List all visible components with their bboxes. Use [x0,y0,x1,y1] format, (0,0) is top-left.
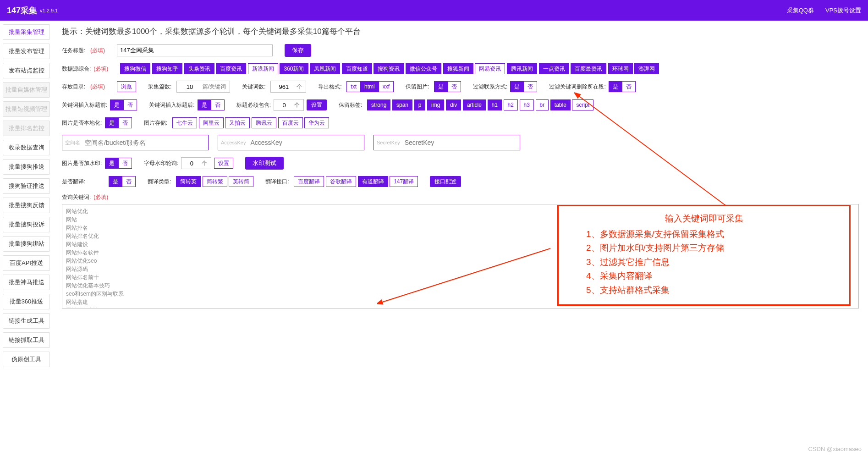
filter-kw-option[interactable]: 否 [622,81,636,92]
kw-pre-option[interactable]: 是 [110,99,123,110]
accesskey-input[interactable] [248,136,364,149]
pic-store-option[interactable]: 阿里云 [199,117,224,128]
sidebar-item[interactable]: 百度API推送 [3,255,50,271]
trans-type-option[interactable]: 英转简 [229,176,253,187]
sidebar-item[interactable]: 伪原创工具 [3,352,50,367]
api-config-button[interactable]: 接口配置 [430,176,461,187]
keep-tag-option[interactable]: strong [367,99,390,110]
trans-type-label: 翻译类型: [148,178,173,186]
keep-tag-option[interactable]: span [392,99,412,110]
accesskey-field[interactable]: AccessKey [218,135,364,150]
space-name-input[interactable] [83,136,208,149]
browse-button[interactable]: 浏览 [117,81,136,92]
sidebar-item[interactable]: 批量搜狗绑站 [3,236,50,252]
pic-store-option[interactable]: 腾讯云 [252,117,276,128]
keep-tag-option[interactable]: script [572,99,593,110]
source-option[interactable]: 百度知道 [342,63,372,74]
translate-option[interactable]: 是 [109,176,122,187]
source-option[interactable]: 凤凰新闻 [310,63,340,74]
source-option[interactable]: 新浪新闻 [248,63,278,74]
keyword-count-input[interactable] [273,82,295,92]
source-option[interactable]: 一点资讯 [539,63,569,74]
link-qq-group[interactable]: 采集QQ群 [787,6,814,15]
source-option[interactable]: 头条资讯 [184,63,214,74]
keyword-textarea[interactable] [62,204,859,308]
keep-tag-option[interactable]: h2 [504,99,518,110]
letter-wm-input[interactable] [183,158,200,168]
pic-store-option[interactable]: 百度云 [278,117,303,128]
translate-option[interactable]: 否 [122,176,136,187]
keep-tag-option[interactable]: h3 [520,99,534,110]
sidebar-item[interactable]: 批量采集管理 [3,24,50,40]
kw-pre-option[interactable]: 否 [123,99,137,110]
sidebar-item[interactable]: 搜狗验证推送 [3,178,50,194]
keep-tag-option[interactable]: table [550,99,571,110]
format-option[interactable]: xxf [379,81,394,92]
keep-tag-option[interactable]: div [446,99,461,110]
app-header: 147采集 v1.2.9.1 采集QQ群 VPS拨号设置 [0,0,868,21]
filter-contact-option[interactable]: 否 [523,81,537,92]
wm-test-button[interactable]: 水印测试 [245,157,284,170]
sidebar-item[interactable]: 链接抓取工具 [3,332,50,348]
keep-pic-option[interactable]: 是 [434,81,447,92]
trans-api-option[interactable]: 谷歌翻译 [326,176,356,187]
wm-set-button[interactable]: 设置 [214,158,233,169]
source-option[interactable]: 腾讯新闻 [507,63,537,74]
sidebar-item[interactable]: 批量搜狗推送 [3,159,50,175]
format-option[interactable]: html [360,81,379,92]
watermark-option[interactable]: 否 [118,158,132,169]
trans-api-option[interactable]: 百度翻译 [294,176,324,187]
kw-suf-option[interactable]: 是 [198,99,211,110]
watermark-option[interactable]: 是 [105,158,118,169]
pic-store-option[interactable]: 华为云 [304,117,329,128]
space-name-field[interactable]: 空间名 [62,135,209,150]
keep-tag-option[interactable]: img [427,99,444,110]
sidebar-item[interactable]: 批量发布管理 [3,44,50,59]
keep-tag-option[interactable]: h1 [488,99,502,110]
trans-api-option[interactable]: 有道翻译 [358,176,388,187]
trans-type-option[interactable]: 简转英 [176,176,201,187]
source-option[interactable]: 百度最资讯 [571,63,606,74]
source-option[interactable]: 网易资讯 [475,63,505,74]
sidebar-item[interactable]: 链接生成工具 [3,313,50,329]
collect-count-input[interactable] [179,82,201,92]
save-button[interactable]: 保存 [285,44,311,57]
sidebar-item[interactable]: 批量搜狗反馈 [3,198,50,213]
kw-suf-option[interactable]: 否 [211,99,225,110]
sidebar-item[interactable]: 批量360推送 [3,294,50,309]
format-option[interactable]: txt [346,81,360,92]
hint-text: 提示：关键词数最多1000个，采集数据源多个轮训，每个关键词最多采集10篇每个平… [62,26,859,37]
sidebar-item[interactable]: 收录数据查询 [3,140,50,155]
source-option[interactable]: 搜狐新闻 [443,63,473,74]
sidebar-item[interactable]: 批量搜狗投诉 [3,217,50,232]
sidebar-item[interactable]: 批量神马推送 [3,275,50,290]
filter-contact-option[interactable]: 是 [510,81,523,92]
pic-local-option[interactable]: 否 [118,117,132,128]
source-option[interactable]: 百度资讯 [216,63,246,74]
keep-tag-option[interactable]: br [536,99,549,110]
title-must-input[interactable] [276,100,292,110]
keep-tag-option[interactable]: p [414,99,426,110]
filter-kw-option[interactable]: 是 [609,81,622,92]
sidebar-item[interactable]: 发布站点监控 [3,63,50,78]
trans-api-option[interactable]: 147翻译 [390,176,418,187]
task-title-input[interactable] [117,44,273,56]
keep-tag-option[interactable]: article [463,99,486,110]
secretkey-field[interactable]: SecretKey [374,135,520,150]
source-option[interactable]: 搜狗微信 [120,63,150,74]
source-option[interactable]: 澎湃网 [634,63,659,74]
source-option[interactable]: 环球网 [608,63,633,74]
link-vps-settings[interactable]: VPS拨号设置 [825,6,861,15]
source-option[interactable]: 搜狗知乎 [152,63,182,74]
pic-store-option[interactable]: 七牛云 [172,117,197,128]
title-must-set-button[interactable]: 设置 [307,99,327,110]
trans-type-option[interactable]: 简转繁 [203,176,227,187]
pic-store-option[interactable]: 又拍云 [225,117,250,128]
keep-pic-option[interactable]: 否 [447,81,461,92]
pic-local-option[interactable]: 是 [105,117,118,128]
source-option[interactable]: 360新闻 [280,63,308,74]
source-option[interactable]: 搜狗资讯 [374,63,404,74]
secretkey-input[interactable] [403,136,520,149]
source-option[interactable]: 微信公众号 [406,63,441,74]
letter-wm-label: 字母水印轮询: [144,160,178,167]
